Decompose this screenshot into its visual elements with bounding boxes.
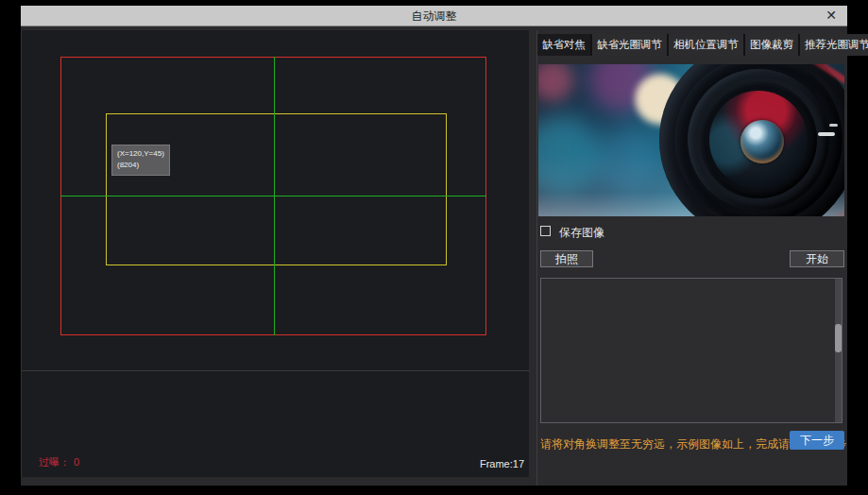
log-output-area[interactable] <box>540 278 842 423</box>
scrollbar[interactable] <box>835 279 842 422</box>
sample-lens-image <box>538 64 844 216</box>
tab-default-aperture[interactable]: 缺省光圈调节 <box>592 34 667 56</box>
tooltip-value: (8204) <box>117 160 164 171</box>
overexposure-status: 过曝：0 <box>39 455 79 469</box>
instruction-text: 请将对角换调整至无穷远，示例图像如上，完成请点击下一步 <box>540 436 788 452</box>
overexposure-value: 0 <box>74 456 79 468</box>
tab-image-crop[interactable]: 图像裁剪 <box>745 34 798 56</box>
viewport-divider <box>22 370 530 371</box>
lens-ring <box>700 81 817 198</box>
barrel-glint <box>829 124 838 127</box>
crop-region-rect <box>106 113 447 265</box>
crosshair-horizontal-line <box>60 196 486 196</box>
tooltip-coordinates: (X=120,Y=45) <box>117 148 164 160</box>
frame-counter: Frame:17 <box>480 458 524 469</box>
save-image-label: 保存图像 <box>559 225 604 241</box>
lens-core-reflection <box>740 120 784 163</box>
lens-ring <box>688 69 829 211</box>
lens-barrel <box>659 64 844 216</box>
close-icon[interactable]: ✕ <box>821 6 842 26</box>
title-bar[interactable]: 自动调整 ✕ <box>21 6 847 26</box>
tab-recommended-aperture[interactable]: 推荐光圈调节 <box>800 34 868 56</box>
next-step-button[interactable]: 下一步 <box>790 431 844 450</box>
scrollbar-thumb[interactable] <box>835 324 842 352</box>
dialog-title: 自动调整 <box>21 6 847 26</box>
barrel-glint <box>818 132 835 136</box>
overexposure-label: 过曝： <box>39 456 70 468</box>
tab-default-focus[interactable]: 缺省对焦 <box>537 34 590 56</box>
auto-adjust-dialog: 自动调整 ✕ (X=120,Y=45) (8204) 过曝：0 Frame:17… <box>21 6 847 486</box>
camera-viewport[interactable]: (X=120,Y=45) (8204) 过曝：0 Frame:17 <box>21 30 529 477</box>
capture-button[interactable]: 拍照 <box>540 250 593 267</box>
pixel-readout-tooltip: (X=120,Y=45) (8204) <box>111 145 170 176</box>
lens-ring <box>674 64 842 216</box>
control-panel: 缺省对焦 缺省光圈调节 相机位置调节 图像裁剪 推荐光圈调节 >> <box>537 30 847 486</box>
start-button[interactable]: 开始 <box>790 250 844 267</box>
tab-camera-position[interactable]: 相机位置调节 <box>669 34 743 56</box>
lens-front-glass <box>709 91 808 189</box>
save-image-checkbox[interactable] <box>540 226 551 236</box>
wizard-tab-bar: 缺省对焦 缺省光圈调节 相机位置调节 图像裁剪 推荐光圈调节 >> <box>537 34 847 56</box>
